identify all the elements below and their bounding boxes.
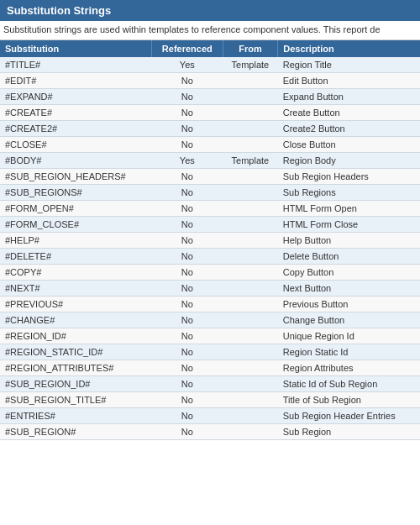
cell-description: Region Static Id — [278, 344, 420, 360]
cell-substitution: #NEXT# — [0, 281, 152, 297]
table-row: #DELETE#NoDelete Button — [0, 249, 420, 265]
table-row: #REGION_ID#NoUnique Region Id — [0, 328, 420, 344]
col-description: Description — [278, 40, 420, 57]
cell-referenced: No — [152, 392, 223, 408]
table-row: #FORM_OPEN#NoHTML Form Open — [0, 201, 420, 217]
cell-from — [223, 249, 278, 265]
cell-description: Sub Region — [278, 424, 420, 440]
cell-from — [223, 137, 278, 153]
cell-referenced: No — [152, 424, 223, 440]
cell-substitution: #ENTRIES# — [0, 408, 152, 424]
cell-description: Region Body — [278, 153, 420, 169]
cell-description: Create2 Button — [278, 121, 420, 137]
cell-description: Help Button — [278, 233, 420, 249]
cell-description: Sub Regions — [278, 185, 420, 201]
cell-description: Create Button — [278, 105, 420, 121]
cell-substitution: #CREATE# — [0, 105, 152, 121]
cell-referenced: No — [152, 312, 223, 328]
table-row: #ENTRIES#NoSub Region Header Entries — [0, 408, 420, 424]
cell-substitution: #REGION_ID# — [0, 328, 152, 344]
cell-from — [223, 233, 278, 249]
cell-referenced: No — [152, 328, 223, 344]
cell-referenced: No — [152, 89, 223, 105]
cell-referenced: Yes — [152, 57, 223, 73]
cell-substitution: #SUB_REGIONS# — [0, 185, 152, 201]
cell-from — [223, 392, 278, 408]
cell-from — [223, 360, 278, 376]
cell-substitution: #REGION_ATTRIBUTES# — [0, 360, 152, 376]
cell-description: Next Button — [278, 281, 420, 297]
table-row: #EDIT#NoEdit Button — [0, 73, 420, 89]
cell-from — [223, 217, 278, 233]
cell-description: Change Button — [278, 312, 420, 328]
cell-from — [223, 344, 278, 360]
cell-substitution: #SUB_REGION_HEADERS# — [0, 169, 152, 185]
cell-description: Title of Sub Region — [278, 392, 420, 408]
panel-header: Substitution Strings — [0, 0, 420, 21]
cell-substitution: #CREATE2# — [0, 121, 152, 137]
substitution-table: Substitution Referenced From Description… — [0, 40, 420, 440]
cell-referenced: No — [152, 265, 223, 281]
cell-description: HTML Form Open — [278, 201, 420, 217]
cell-from — [223, 169, 278, 185]
cell-substitution: #DELETE# — [0, 249, 152, 265]
table-row: #CHANGE#NoChange Button — [0, 312, 420, 328]
table-row: #SUB_REGION_ID#NoStatic Id of Sub Region — [0, 376, 420, 392]
cell-referenced: No — [152, 169, 223, 185]
cell-referenced: No — [152, 137, 223, 153]
cell-from — [223, 281, 278, 297]
cell-description: Sub Region Headers — [278, 169, 420, 185]
cell-referenced: No — [152, 121, 223, 137]
cell-referenced: No — [152, 281, 223, 297]
cell-substitution: #FORM_OPEN# — [0, 201, 152, 217]
cell-from — [223, 105, 278, 121]
cell-referenced: Yes — [152, 153, 223, 169]
table-row: #REGION_ATTRIBUTES#NoRegion Attributes — [0, 360, 420, 376]
table-header-row: Substitution Referenced From Description — [0, 40, 420, 57]
cell-referenced: No — [152, 249, 223, 265]
cell-referenced: No — [152, 408, 223, 424]
table-row: #SUB_REGIONS#NoSub Regions — [0, 185, 420, 201]
cell-from — [223, 73, 278, 89]
cell-substitution: #BODY# — [0, 153, 152, 169]
cell-from — [223, 89, 278, 105]
cell-description: Copy Button — [278, 265, 420, 281]
cell-substitution: #REGION_STATIC_ID# — [0, 344, 152, 360]
cell-from: Template — [223, 57, 278, 73]
cell-description: Edit Button — [278, 73, 420, 89]
panel-title: Substitution Strings — [7, 4, 111, 17]
cell-description: Delete Button — [278, 249, 420, 265]
table-row: #SUB_REGION_HEADERS#NoSub Region Headers — [0, 169, 420, 185]
cell-from — [223, 121, 278, 137]
table-row: #EXPAND#NoExpand Button — [0, 89, 420, 105]
cell-from — [223, 408, 278, 424]
cell-referenced: No — [152, 185, 223, 201]
cell-description: Region Title — [278, 57, 420, 73]
table-row: #HELP#NoHelp Button — [0, 233, 420, 249]
cell-referenced: No — [152, 297, 223, 312]
cell-substitution: #FORM_CLOSE# — [0, 217, 152, 233]
table-row: #BODY#YesTemplateRegion Body — [0, 153, 420, 169]
table-row: #PREVIOUS#NoPrevious Button — [0, 297, 420, 312]
cell-referenced: No — [152, 201, 223, 217]
description-text: Substitution strings are used within tem… — [0, 21, 420, 40]
cell-from — [223, 424, 278, 440]
cell-substitution: #TITLE# — [0, 57, 152, 73]
cell-substitution: #CLOSE# — [0, 137, 152, 153]
col-substitution: Substitution — [0, 40, 152, 57]
cell-substitution: #PREVIOUS# — [0, 297, 152, 312]
cell-referenced: No — [152, 105, 223, 121]
table-row: #REGION_STATIC_ID#NoRegion Static Id — [0, 344, 420, 360]
table-row: #COPY#NoCopy Button — [0, 265, 420, 281]
cell-substitution: #HELP# — [0, 233, 152, 249]
cell-substitution: #EDIT# — [0, 73, 152, 89]
cell-substitution: #EXPAND# — [0, 89, 152, 105]
table-row: #CREATE2#NoCreate2 Button — [0, 121, 420, 137]
table-row: #SUB_REGION_TITLE#NoTitle of Sub Region — [0, 392, 420, 408]
cell-from: Template — [223, 153, 278, 169]
table-row: #CREATE#NoCreate Button — [0, 105, 420, 121]
col-from: From — [223, 40, 278, 57]
table-row: #SUB_REGION#NoSub Region — [0, 424, 420, 440]
table-row: #FORM_CLOSE#NoHTML Form Close — [0, 217, 420, 233]
cell-substitution: #SUB_REGION# — [0, 424, 152, 440]
